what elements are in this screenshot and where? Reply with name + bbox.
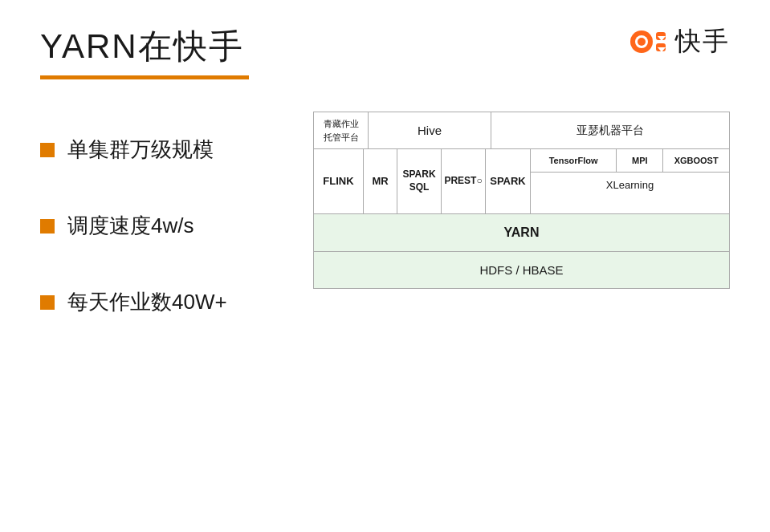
bullet-text-2: 调度速度4w/s — [67, 212, 194, 240]
mpi-cell: MPI — [617, 149, 663, 172]
bullet-text-1: 单集群万级规模 — [67, 136, 214, 164]
spark-cell: SPARK — [486, 149, 530, 213]
slide: YARN在快手 快手 单集群万级规模 — [0, 0, 770, 532]
yashu-cell: 亚瑟机器平台 — [491, 112, 729, 148]
xlearning-cell: XLearning — [531, 173, 729, 197]
hive-cell: Hive — [369, 112, 491, 148]
bullet-item-1: 单集群万级规模 — [40, 136, 281, 164]
ai-top-row: TensorFlow MPI XGBOOST — [531, 149, 729, 173]
yarn-row: YARN — [314, 214, 729, 252]
tensorflow-cell: TensorFlow — [531, 149, 617, 172]
sparksql-cell: SPARK SQL — [397, 149, 442, 213]
bullet-icon-3 — [40, 295, 55, 310]
kuaishou-logo-icon — [627, 26, 669, 58]
svg-point-2 — [638, 38, 646, 46]
header: YARN在快手 快手 — [40, 24, 730, 69]
logo: 快手 — [627, 24, 730, 59]
diagram-top-row: 青藏作业 托管平台 Hive 亚瑟机器平台 — [314, 112, 729, 149]
mr-cell: MR — [364, 149, 397, 213]
architecture-diagram: 青藏作业 托管平台 Hive 亚瑟机器平台 FLINK MR — [313, 112, 730, 289]
xgboost-cell: XGBOOST — [663, 149, 729, 172]
flink-cell: FLINK — [314, 149, 364, 213]
bullet-list: 单集群万级规模 调度速度4w/s 每天作业数40W+ — [40, 104, 281, 316]
bullet-item-3: 每天作业数40W+ — [40, 288, 281, 316]
orange-accent-bar — [40, 75, 249, 79]
bullet-icon-2 — [40, 219, 55, 234]
logo-text: 快手 — [675, 24, 730, 59]
bullet-text-3: 每天作业数40W+ — [67, 288, 227, 316]
bullet-icon-1 — [40, 143, 55, 157]
diagram-middle-row: FLINK MR SPARK SQL PREST○ SPARK — [314, 149, 729, 214]
page-title: YARN在快手 — [40, 24, 244, 69]
bullet-item-2: 调度速度4w/s — [40, 212, 281, 240]
main-content: 单集群万级规模 调度速度4w/s 每天作业数40W+ 青藏作业 托管平台 Hiv… — [40, 104, 730, 316]
presto-cell: PREST○ — [442, 149, 486, 213]
qingzang-cell: 青藏作业 托管平台 — [314, 112, 369, 148]
right-ai-section: TensorFlow MPI XGBOOST XLearning — [531, 149, 729, 213]
hdfs-row: HDFS / HBASE — [314, 252, 729, 288]
left-tools: FLINK MR SPARK SQL PREST○ SPARK — [314, 149, 531, 213]
